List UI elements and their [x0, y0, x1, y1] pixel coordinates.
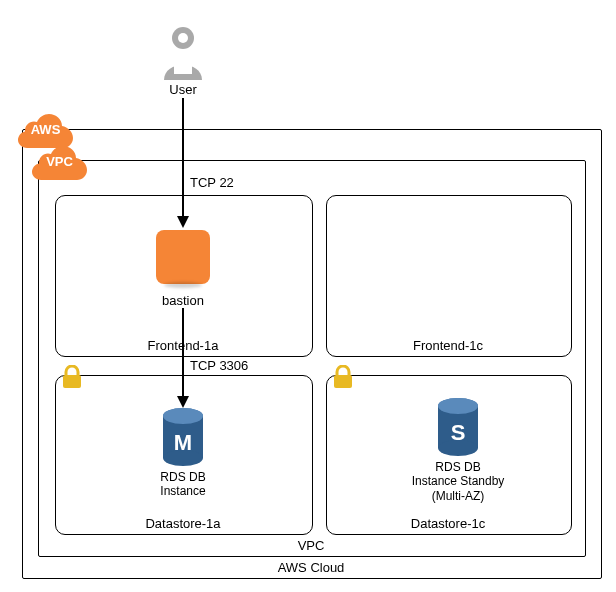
- svg-rect-0: [63, 375, 81, 388]
- vpc-badge-icon: VPC: [32, 144, 87, 180]
- vpc-label: VPC: [38, 538, 584, 553]
- arrow-head-icon: [177, 216, 189, 228]
- lock-icon: [61, 365, 83, 389]
- aws-badge-text: AWS: [18, 122, 73, 137]
- user-icon: [158, 24, 208, 80]
- arrow-head-icon: [177, 396, 189, 408]
- subnet-frontend-1c-label: Frontend-1c: [326, 338, 570, 353]
- ec2-instance-icon: [156, 230, 210, 284]
- conn-tcp3306-label: TCP 3306: [190, 358, 270, 373]
- architecture-diagram: AWS Cloud VPC Frontend-1a Frontend-1c Da…: [0, 0, 616, 592]
- rds-primary-icon: M: [161, 408, 205, 466]
- rds-standby-icon: S: [436, 398, 480, 456]
- svg-point-11: [438, 398, 478, 414]
- rds-primary-label: RDS DB Instance: [120, 470, 246, 499]
- aws-cloud-label: AWS Cloud: [22, 560, 600, 575]
- svg-point-7: [163, 408, 203, 424]
- user-label: User: [148, 82, 218, 97]
- bastion-label: bastion: [140, 293, 226, 308]
- rds-primary-letter: M: [161, 430, 205, 456]
- svg-rect-1: [334, 375, 352, 388]
- vpc-badge-text: VPC: [32, 154, 87, 169]
- rds-standby-letter: S: [436, 420, 480, 446]
- aws-badge-icon: AWS: [18, 112, 73, 148]
- svg-point-3: [178, 33, 188, 43]
- lock-icon: [332, 365, 354, 389]
- rds-standby-label: RDS DB Instance Standby (Multi-AZ): [392, 460, 524, 503]
- subnet-datastore-1a-label: Datastore-1a: [55, 516, 311, 531]
- conn-tcp22-label: TCP 22: [190, 175, 250, 190]
- arrow-bastion-rds: [182, 308, 184, 398]
- subnet-frontend-1c: [326, 195, 572, 357]
- subnet-datastore-1c-label: Datastore-1c: [326, 516, 570, 531]
- arrow-user-bastion: [182, 98, 184, 218]
